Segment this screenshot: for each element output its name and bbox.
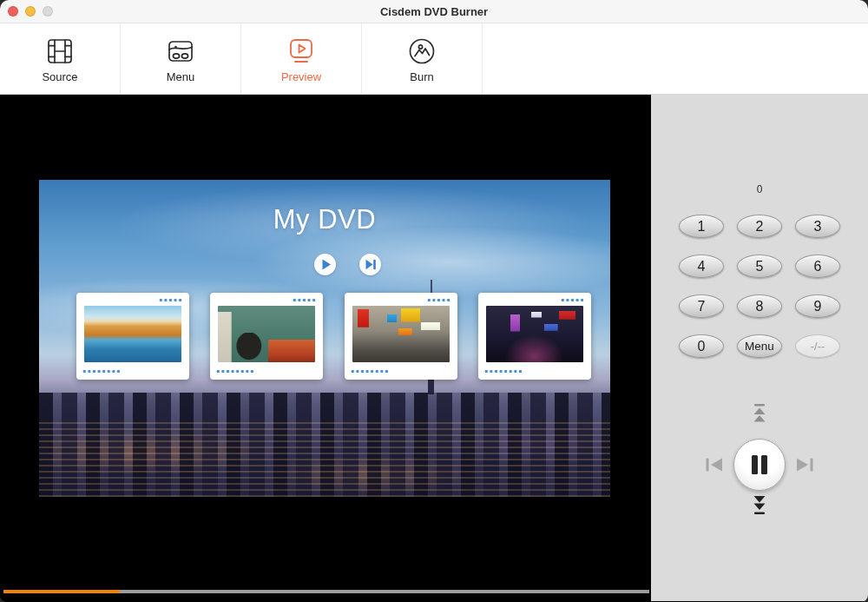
burn-disc-icon bbox=[408, 37, 436, 65]
toolbar-item-burn[interactable]: Burn bbox=[362, 23, 483, 94]
menu-next-button[interactable] bbox=[359, 254, 381, 275]
thumbnail-image-savanna bbox=[84, 306, 181, 362]
key-1[interactable]: 1 bbox=[679, 215, 724, 238]
toolbar-label-burn: Burn bbox=[410, 70, 433, 83]
dots-decoration bbox=[561, 298, 585, 302]
skip-down-button[interactable] bbox=[750, 496, 769, 520]
dvd-menu-title: My DVD bbox=[39, 204, 610, 235]
menu-template-icon bbox=[168, 37, 194, 65]
progress-fill bbox=[3, 590, 120, 593]
key-6[interactable]: 6 bbox=[795, 255, 840, 278]
input-counter: 0 bbox=[651, 183, 868, 195]
thumbnail-image-room bbox=[218, 306, 315, 362]
key-7[interactable]: 7 bbox=[679, 294, 724, 318]
playback-progress-track[interactable] bbox=[3, 590, 649, 593]
dots-decoration bbox=[484, 369, 523, 374]
dots-decoration bbox=[427, 298, 451, 302]
titlebar: Cisdem DVD Burner bbox=[0, 0, 868, 23]
chapter-thumbnail-1[interactable] bbox=[76, 293, 189, 380]
chapter-thumbnail-2[interactable] bbox=[210, 293, 323, 380]
key-0[interactable]: 0 bbox=[679, 334, 724, 358]
key-9[interactable]: 9 bbox=[795, 294, 840, 318]
chapter-thumbnail-3[interactable] bbox=[345, 293, 457, 380]
previous-chapter-button[interactable] bbox=[706, 457, 723, 476]
dots-decoration bbox=[216, 369, 255, 374]
preview-screen-icon bbox=[287, 37, 315, 65]
key-menu[interactable]: Menu bbox=[737, 334, 782, 358]
dots-decoration bbox=[82, 369, 122, 374]
thumbnail-image-night-street bbox=[486, 306, 583, 362]
key-2[interactable]: 2 bbox=[737, 215, 782, 238]
toolbar: Source Menu Prev bbox=[0, 23, 868, 95]
key-4[interactable]: 4 bbox=[679, 255, 724, 278]
app-window: Cisdem DVD Burner Source bbox=[0, 0, 868, 602]
remote-control-panel: 0 1 2 3 4 5 6 7 8 9 0 Menu -/-- bbox=[651, 95, 868, 601]
toolbar-label-preview: Preview bbox=[281, 70, 321, 83]
pause-button[interactable] bbox=[733, 439, 786, 491]
dvd-menu-preview: My DVD bbox=[39, 180, 610, 497]
dots-decoration bbox=[293, 298, 317, 302]
toolbar-label-menu: Menu bbox=[167, 70, 195, 83]
numeric-keypad: 1 2 3 4 5 6 7 8 9 0 Menu -/-- bbox=[679, 215, 840, 358]
toolbar-label-source: Source bbox=[42, 70, 77, 83]
key-8[interactable]: 8 bbox=[737, 294, 782, 318]
preview-stage: My DVD bbox=[0, 95, 651, 601]
toolbar-item-preview[interactable]: Preview bbox=[241, 23, 362, 94]
main-area: My DVD bbox=[0, 95, 868, 601]
thumbnail-image-neon-street bbox=[352, 306, 450, 362]
toolbar-item-source[interactable]: Source bbox=[0, 23, 121, 94]
dots-decoration bbox=[159, 298, 183, 302]
skip-up-button[interactable] bbox=[750, 404, 769, 428]
key-dash[interactable]: -/-- bbox=[795, 334, 840, 358]
key-5[interactable]: 5 bbox=[737, 255, 782, 278]
next-chapter-button[interactable] bbox=[796, 457, 813, 476]
dots-decoration bbox=[351, 369, 390, 374]
window-title: Cisdem DVD Burner bbox=[0, 0, 868, 23]
toolbar-item-menu[interactable]: Menu bbox=[121, 23, 241, 94]
menu-play-button[interactable] bbox=[314, 254, 336, 275]
chapter-thumbnail-4[interactable] bbox=[478, 293, 591, 380]
film-strip-icon bbox=[47, 37, 73, 65]
key-3[interactable]: 3 bbox=[795, 215, 840, 238]
